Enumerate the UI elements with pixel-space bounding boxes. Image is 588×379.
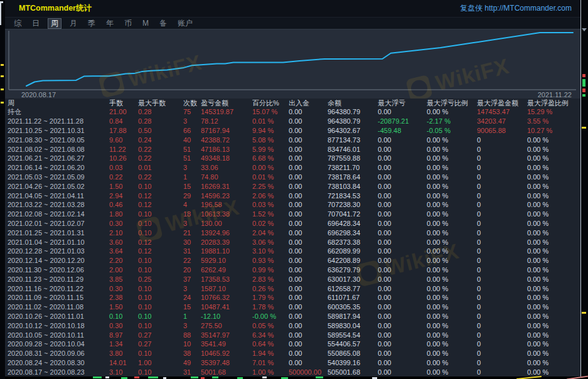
cell: 20283.39 [201,238,252,246]
menu-item-yue[interactable]: 月 [67,19,80,28]
cell: 0.10 [138,303,183,311]
table-row-2020-11-30[interactable]: 2020.11.30 ~ 2020.12.062.000.10206262.49… [5,265,580,275]
cell: 0.00 % [427,146,477,153]
cell: 0.10 [138,312,183,320]
cell: 13924.96 [201,229,252,237]
table-row-2021-01-25[interactable]: 2021.01.25 ~ 2021.01.312.100.102113924.9… [5,228,580,237]
cell: 630017.30 [328,275,378,283]
cell: 0 [477,164,527,171]
cell: 0.00 % [527,257,577,264]
cell: 0.00 % [427,294,477,301]
menu-item-bei[interactable]: 备 [157,19,169,28]
table-row-2020-09-28[interactable]: 2020.09.28 ~ 2020.10.041.340.27103541.49… [5,339,580,349]
table-row-2021-01-04[interactable]: 2021.01.04 ~ 2021.01.103.600.123020283.3… [5,237,580,247]
cell: 0.24 [138,136,183,144]
equity-chart[interactable]: 2020.08.17 2021.11.22 WikiFX WikiFX [5,29,580,99]
table-row-2021-02-01[interactable]: 2021.02.01 ~ 2021.02.070.300.103130.000.… [5,219,580,228]
cell: 1.80 [109,210,138,218]
menu-item-ji[interactable]: 季 [85,19,98,28]
table-row-2020-11-23[interactable]: 2020.11.23 ~ 2020.11.293.850.253717358.5… [5,274,580,284]
table-row-2021-10-25[interactable]: 2021.10.25 ~ 2021.10.3117.880.506687167.… [5,126,580,136]
table-row-2020-08-17[interactable]: 2020.08.17 ~ 2020.08.233.100.10315001.68… [5,367,580,376]
cell: 877134.73 [328,136,378,144]
cell: 0.99 % [252,266,289,274]
cell: 2020.11.02 ~ 2020.11.08 [5,303,109,311]
cell: 589554.54 [328,331,378,339]
cell: 66 [183,127,201,134]
cell: 612658.77 [328,285,378,292]
menu-item-nian[interactable]: 年 [104,19,116,28]
cell: 0.00 % [527,210,577,218]
table-row-2020-11-16[interactable]: 2020.11.16 ~ 2020.11.220.300.1031587.100… [5,284,580,293]
cell: 0.00 [378,285,427,292]
cell: 787559.88 [328,154,378,162]
cell: 35147.97 [201,331,252,339]
table-row-2021-04-05[interactable]: 2021.04.05 ~ 2021.04.112.940.122914596.2… [5,191,580,200]
table-row-2020-11-02[interactable]: 2020.11.02 ~ 2020.11.081.500.101510487.4… [5,302,580,312]
screen: MTCommander统计 复盘侠 http://MTCommander.com… [0,0,588,379]
cell: 0.12 [138,192,183,200]
cell: 2.04 % [252,229,289,237]
table-row-2021-06-21[interactable]: 2021.06.21 ~ 2021.06.2710.260.225149348.… [5,154,580,163]
table-row-2021-02-08[interactable]: 2021.02.08 ~ 2021.02.141.800.101810613.3… [5,210,580,219]
cell: 6.34 % [252,331,289,339]
cell: 3.10 [109,368,138,376]
menu-item-zhou[interactable]: 周 [48,18,61,29]
cell: 0.10 [138,368,183,376]
menu-item-zong[interactable]: 综 [11,19,24,28]
table-row-2021-06-14[interactable]: 2021.06.14 ~ 2021.06.200.030.01333.060.0… [5,163,580,173]
cell: 0.00 [378,303,427,311]
column-header: 盈亏金额 [201,99,252,108]
table-row-2021-11-22[interactable]: 2021.11.22 ~ 2021.11.280.840.28378.120.0… [5,117,580,126]
cell: 24 [183,294,201,301]
cell: 0.02 % [252,220,289,227]
table-row-2021-04-26[interactable]: 2021.04.26 ~ 2021.05.021.500.101516269.3… [5,181,580,191]
cell: 0.00 [378,322,427,329]
table-row-2021-05-03[interactable]: 2021.05.03 ~ 2021.05.090.220.22174.800.0… [5,173,580,182]
cell: 0.10 [109,312,138,320]
cell: 2021.08.02 ~ 2021.08.08 [5,146,109,153]
cell: 0.00 % [427,303,477,311]
table-row-2021-08-02[interactable]: 2021.08.02 ~ 2021.08.0811.220.225147186.… [5,144,580,154]
cell: 2.06 % [252,192,289,200]
cell: 15 [183,183,201,190]
cell: 0.03 [109,164,138,171]
cell: 74.80 [201,173,252,181]
menu-item-m[interactable]: M [140,19,151,28]
table-row-2020-08-31[interactable]: 2020.08.31 ~ 2020.09.063.800.103810465.9… [5,349,580,358]
cell: 0.10 [138,257,183,264]
table-row-2021-03-22[interactable]: 2021.03.22 ~ 2021.03.280.460.124196.580.… [5,200,580,210]
table-row-2020-10-05[interactable]: 2020.10.05 ~ 2020.10.118.970.278835147.9… [5,330,580,339]
cell: 0.30 [109,285,138,292]
cell: 0.00 [289,266,328,274]
cell: 11.22 [109,146,138,153]
cell: 0.00 % [527,136,577,144]
cell: 31 [183,247,201,255]
cell: 0.00 [378,359,427,366]
table-row-2020-12-14[interactable]: 2020.12.14 ~ 2020.12.202.200.10225929.10… [5,256,580,265]
table-row-2020-08-24[interactable]: 2020.08.24 ~ 2020.08.3014.011.004935397.… [5,358,580,368]
menu-item-ri[interactable]: 日 [29,19,42,28]
cell: 2021.04.05 ~ 2021.04.11 [5,192,109,200]
table-row-holdings[interactable]: 持仓21.000.2875145319.8715.07 %0.00964380.… [5,107,580,117]
cell: 0.00 % [527,340,577,348]
menu-item-bi[interactable]: 币 [122,19,134,28]
table-row-2020-11-09[interactable]: 2020.11.09 ~ 2020.11.152.380.102410766.3… [5,293,580,302]
cell: 0.93 % [252,257,289,264]
table-row-2020-10-12[interactable]: 2020.10.12 ~ 2020.10.180.300.103275.500.… [5,321,580,330]
chart-start-date: 2020.08.17 [21,91,56,99]
menu-item-zhanghu[interactable]: 账户 [175,19,195,28]
cell: 0.00 [378,368,427,376]
brand-link[interactable]: 复盘侠 http://MTCommander.com [460,3,572,14]
cell: 0.00 % [527,331,577,339]
cell: 0.12 [138,201,183,208]
cell: 0.00 % [527,146,577,153]
cell: 1.52 % [252,210,289,218]
cell: 0.00 [289,303,328,311]
cell: 2.38 [109,294,138,301]
table-row-2020-12-28[interactable]: 2020.12.28 ~ 2021.01.033.640.123119881.1… [5,247,580,256]
table-row-2021-08-30[interactable]: 2021.08.30 ~ 2021.09.059.600.244042388.7… [5,135,580,144]
cell: 0.00 % [427,266,477,274]
cell: 10487.41 [201,303,252,311]
table-row-2020-10-26[interactable]: 2020.10.26 ~ 2020.11.010.100.101-12.10-0… [5,312,580,321]
